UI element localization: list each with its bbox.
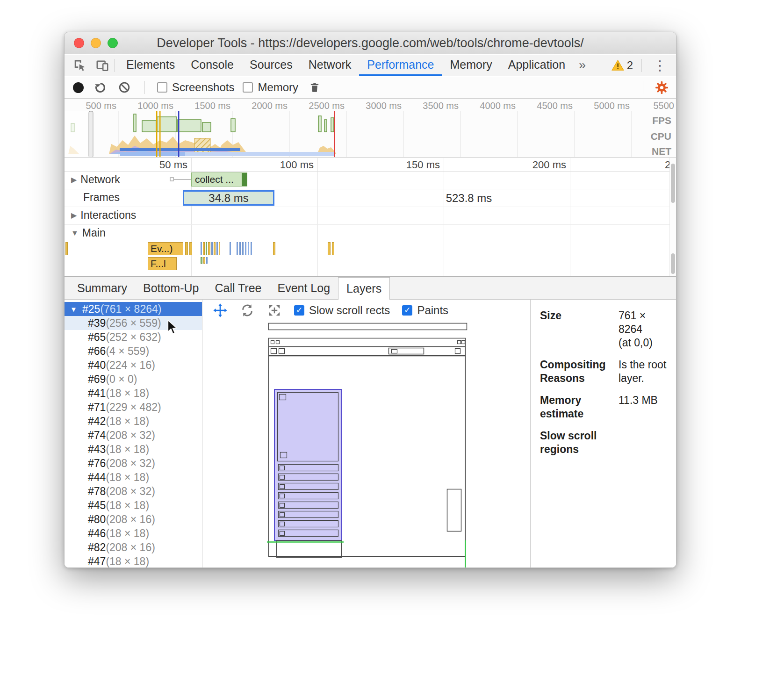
- layer-id: #69: [88, 373, 106, 386]
- separator: [144, 81, 145, 94]
- clear-icon: [118, 81, 131, 94]
- collapse-triangle-icon[interactable]: ▶: [71, 175, 77, 184]
- activity-bar: [237, 242, 238, 255]
- tab-network[interactable]: Network: [301, 55, 360, 76]
- overview-time-label: 2000 ms: [243, 101, 288, 111]
- overview-time-label: 5500: [629, 101, 674, 111]
- layer-tree-item[interactable]: #47(18 × 18): [65, 554, 202, 568]
- layer-size: (18 × 18): [106, 443, 149, 456]
- reload-and-profile-button[interactable]: [92, 79, 108, 95]
- tabbar-icons: [65, 55, 110, 76]
- console-warnings-button[interactable]: 2: [611, 59, 633, 72]
- main-row-label[interactable]: ▼ Main: [71, 227, 106, 239]
- long-frame[interactable]: 523.8 ms: [392, 191, 546, 205]
- scrollbar-thumb[interactable]: [671, 164, 675, 203]
- trash-icon: [309, 81, 321, 94]
- interactions-row-label[interactable]: ▶ Interactions: [71, 209, 136, 222]
- layer-tree-item[interactable]: #43(18 × 18): [65, 442, 202, 456]
- layer-tree-item[interactable]: #40(224 × 16): [65, 358, 202, 372]
- panel-tab-bottom-up[interactable]: Bottom-Up: [135, 277, 207, 299]
- panel-tab-layers[interactable]: Layers: [338, 277, 390, 300]
- timeline-overview[interactable]: 500 ms1000 ms1500 ms2000 ms2500 ms3000 m…: [65, 99, 676, 158]
- layer-tree-item[interactable]: #65(252 × 632): [65, 330, 202, 344]
- devtools-menu-button[interactable]: ⋮: [650, 57, 669, 73]
- scrollbar-thumb[interactable]: [671, 253, 675, 274]
- layer-tree-item[interactable]: #66(4 × 559): [65, 344, 202, 358]
- layer-tree-item[interactable]: #44(18 × 18): [65, 470, 202, 484]
- layer-id: #41: [88, 387, 106, 400]
- rotate-mode-button[interactable]: [240, 303, 255, 318]
- pan-mode-button[interactable]: [213, 303, 228, 318]
- detail-label: Slow scroll regions: [540, 429, 619, 456]
- layer-tree-item[interactable]: #74(208 × 32): [65, 428, 202, 442]
- more-tabs-button[interactable]: »: [573, 55, 591, 76]
- screenshots-option[interactable]: Screenshots: [157, 81, 234, 94]
- network-row-label[interactable]: ▶ Network: [71, 173, 120, 186]
- layer-id: #74: [88, 429, 106, 442]
- slow-scroll-rects-option[interactable]: Slow scroll rects: [294, 304, 390, 317]
- overview-time-label: 4500 ms: [528, 101, 573, 111]
- activity-bar: [328, 242, 331, 255]
- layer-tree-item[interactable]: #46(18 × 18): [65, 526, 202, 540]
- tab-elements[interactable]: Elements: [118, 55, 183, 76]
- layer-tree-item[interactable]: #80(208 × 16): [65, 512, 202, 526]
- activity-bar: [216, 242, 218, 255]
- activity-bar: [65, 242, 68, 255]
- event-bar[interactable]: Ev...): [148, 242, 183, 255]
- layer-size: (18 × 18): [106, 471, 149, 484]
- layer-tree-item[interactable]: #42(18 × 18): [65, 414, 202, 428]
- tab-application[interactable]: Application: [500, 55, 573, 76]
- panel-tab-call-tree[interactable]: Call Tree: [207, 277, 269, 299]
- separator: [643, 81, 643, 94]
- layer-details: Size761 × 8264(at 0,0)Compositing Reason…: [530, 300, 676, 568]
- layer-tree-item[interactable]: ▼#25(761 × 8264): [65, 302, 202, 316]
- flame-chart[interactable]: 50 ms100 ms150 ms200 ms2 ▶ Network Frame…: [65, 158, 676, 277]
- layers-tree: ▼#25(761 × 8264)#39(256 × 559)#65(252 × …: [65, 300, 202, 568]
- tab-sources[interactable]: Sources: [242, 55, 301, 76]
- layer-tree-item[interactable]: #78(208 × 32): [65, 484, 202, 498]
- collapse-triangle-icon[interactable]: ▶: [71, 211, 77, 220]
- layer-id: #66: [88, 345, 106, 358]
- paints-checkbox[interactable]: [402, 305, 412, 316]
- record-button[interactable]: [73, 82, 84, 93]
- layer-id: #39: [88, 317, 106, 330]
- panel-tab-event-log[interactable]: Event Log: [270, 277, 338, 299]
- layer-tree-item[interactable]: #69(0 × 0): [65, 372, 202, 386]
- panel-tab-summary[interactable]: Summary: [69, 277, 135, 299]
- layer-tree-item[interactable]: #82(208 × 16): [65, 540, 202, 554]
- tab-memory[interactable]: Memory: [442, 55, 500, 76]
- paints-option[interactable]: Paints: [402, 304, 448, 317]
- layer-tree-item[interactable]: #41(18 × 18): [65, 386, 202, 400]
- layer-size: (18 × 18): [106, 415, 149, 428]
- expand-triangle-icon[interactable]: ▼: [70, 305, 82, 313]
- capture-settings-button[interactable]: [654, 79, 669, 95]
- inspect-element-button[interactable]: [72, 57, 88, 73]
- expand-triangle-icon[interactable]: ▼: [71, 229, 79, 237]
- layer-tree-item[interactable]: #71(229 × 482): [65, 400, 202, 414]
- main-track[interactable]: Ev...) F...l: [65, 242, 670, 271]
- frames-row-label[interactable]: Frames: [83, 191, 120, 204]
- selected-frame[interactable]: 34.8 ms: [183, 190, 274, 206]
- tab-performance[interactable]: Performance: [359, 55, 442, 76]
- device-toolbar-button[interactable]: [94, 57, 110, 73]
- activity-bar: [248, 242, 249, 255]
- slow-scroll-rects-checkbox[interactable]: [294, 305, 304, 316]
- layer-tree-item[interactable]: #39(256 × 559): [65, 316, 202, 330]
- flame-scrollbar[interactable]: [669, 158, 676, 276]
- layer-size: (208 × 32): [106, 457, 155, 470]
- layer-visualization[interactable]: [202, 321, 531, 568]
- screenshots-checkbox[interactable]: [157, 82, 167, 93]
- tab-console[interactable]: Console: [183, 55, 242, 76]
- layer-tree-item[interactable]: #76(208 × 32): [65, 456, 202, 470]
- reset-view-button[interactable]: [267, 303, 282, 318]
- function-call-bar[interactable]: F...l: [148, 257, 177, 270]
- overview-left-handle[interactable]: [89, 111, 93, 158]
- garbage-collect-button[interactable]: [307, 79, 323, 95]
- fps-lane-label: FPS: [652, 115, 671, 126]
- memory-option[interactable]: Memory: [243, 81, 298, 94]
- network-request-bar[interactable]: collect ...: [191, 172, 247, 187]
- memory-checkbox[interactable]: [243, 82, 253, 93]
- layer-tree-item[interactable]: #45(18 × 18): [65, 498, 202, 512]
- clear-recording-button[interactable]: [116, 79, 132, 95]
- activity-bar: [206, 257, 208, 264]
